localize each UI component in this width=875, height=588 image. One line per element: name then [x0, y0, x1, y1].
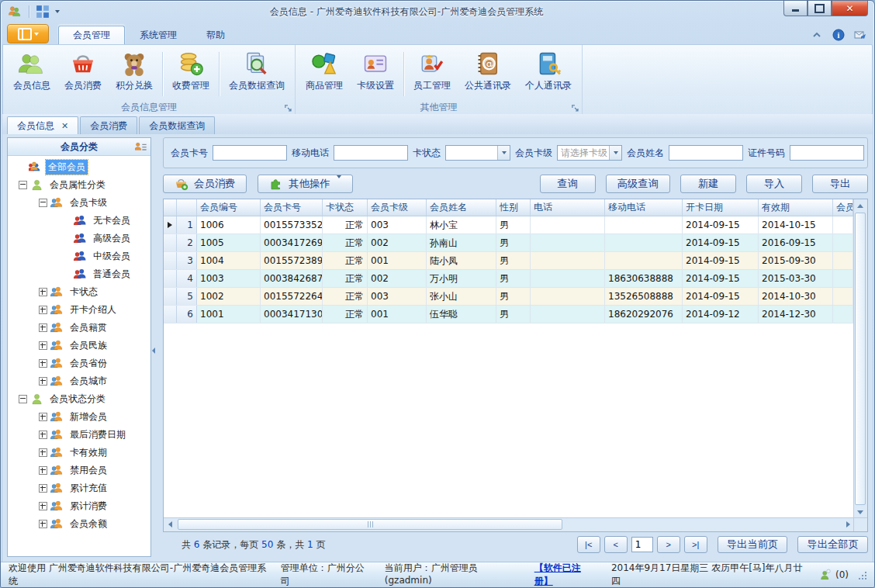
- tree-item-会员城市[interactable]: 会员城市: [8, 372, 150, 390]
- table-row[interactable]: 510020015572264正常003张小山男135265088882014-…: [164, 288, 854, 306]
- expand-icon[interactable]: [39, 431, 47, 439]
- toolbar-button-导入[interactable]: 导入: [746, 175, 802, 193]
- scroll-right-icon[interactable]: [842, 518, 854, 531]
- feedback-icon[interactable]: [854, 29, 866, 41]
- grid-column-header-有效期[interactable]: 有效期: [759, 199, 833, 216]
- minimize-button[interactable]: [783, 1, 808, 16]
- grid-column-header-会员[interactable]: 会员: [833, 199, 853, 216]
- close-button[interactable]: ✕: [832, 1, 868, 16]
- ribbon-button-公共通讯录[interactable]: @公共通讯录: [458, 47, 518, 101]
- tree-item-高级会员[interactable]: 高级会员: [8, 230, 150, 247]
- next-page-button[interactable]: >: [657, 536, 680, 553]
- dialog-launcher-icon[interactable]: [283, 103, 292, 112]
- table-row[interactable]: 310040015572389正常001陆小凤男2014-09-152015-0…: [164, 252, 854, 270]
- scroll-left-icon[interactable]: [164, 518, 176, 531]
- expand-icon[interactable]: [39, 359, 47, 368]
- filter-input-会员卡号[interactable]: [213, 145, 287, 161]
- sidebar-splitter[interactable]: [151, 137, 157, 557]
- scroll-up-icon[interactable]: [854, 199, 866, 212]
- dialog-launcher-icon[interactable]: [570, 103, 579, 112]
- tab-close-icon[interactable]: ✕: [61, 121, 68, 131]
- tree-item-无卡会员[interactable]: 无卡会员: [8, 212, 150, 230]
- toolbar-button-会员消费[interactable]: 会员消费: [163, 175, 247, 193]
- grid-column-header-会员姓名[interactable]: 会员姓名: [427, 199, 496, 216]
- page-number-input[interactable]: [631, 537, 653, 552]
- expand-icon[interactable]: [39, 323, 47, 332]
- table-row[interactable]: 610010003417130正常001伍华聪男186202920762014-…: [164, 306, 854, 323]
- prev-page-button[interactable]: <: [604, 536, 628, 553]
- info-icon[interactable]: i: [832, 29, 845, 41]
- tree-item-全部会员[interactable]: 全部会员: [8, 158, 150, 176]
- tree-item-最后消费日期[interactable]: 最后消费日期: [8, 426, 150, 444]
- tree-item-会员籍贯[interactable]: 会员籍贯: [8, 319, 150, 337]
- ribbon-button-收费管理[interactable]: 收费管理: [165, 47, 216, 101]
- expand-icon[interactable]: [39, 502, 47, 510]
- collapse-ribbon-icon[interactable]: [811, 29, 823, 41]
- expand-icon[interactable]: [39, 413, 47, 421]
- tree-item-新增会员[interactable]: 新增会员: [8, 408, 150, 426]
- first-page-button[interactable]: |<: [577, 536, 600, 553]
- ribbon-button-商品管理[interactable]: 商品管理: [299, 47, 350, 101]
- grid-column-header-会员卡级[interactable]: 会员卡级: [368, 199, 427, 216]
- toolbar-button-查询[interactable]: 查询: [540, 175, 596, 193]
- ribbon-button-会员数据查询[interactable]: 会员数据查询: [222, 47, 292, 101]
- tree-item-开卡介绍人[interactable]: 开卡介绍人: [8, 301, 150, 319]
- toolbar-button-其他操作[interactable]: 其他操作: [258, 175, 352, 193]
- toolbar-button-新建[interactable]: 新建: [680, 175, 736, 193]
- filter-input-证件号码[interactable]: [790, 145, 864, 161]
- expand-icon[interactable]: [39, 448, 47, 457]
- expand-icon[interactable]: [39, 306, 47, 314]
- doc-tab-会员信息[interactable]: 会员信息✕: [7, 116, 78, 134]
- last-page-button[interactable]: >|: [684, 536, 707, 553]
- collapse-icon[interactable]: [19, 395, 27, 403]
- expand-icon[interactable]: [39, 341, 47, 350]
- tree-item-会员状态分类[interactable]: 会员状态分类: [8, 390, 150, 408]
- doc-tab-会员数据查询[interactable]: 会员数据查询: [139, 116, 215, 134]
- ribbon-tab-帮助[interactable]: 帮助: [192, 26, 240, 44]
- maximize-button[interactable]: [808, 1, 832, 16]
- vertical-scroll-thumb[interactable]: [855, 213, 866, 505]
- grid-column-header-电话[interactable]: 电话: [531, 199, 605, 216]
- registered-link[interactable]: 【软件已注册】: [534, 562, 597, 588]
- tree-item-普通会员[interactable]: 普通会员: [8, 265, 150, 283]
- grid-column-header-移动电话[interactable]: 移动电话: [605, 199, 683, 216]
- expand-icon[interactable]: [39, 484, 47, 493]
- tree-item-会员民族[interactable]: 会员民族: [8, 337, 150, 355]
- tree-item-会员余额[interactable]: 会员余额: [8, 515, 150, 533]
- grid-column-header-性别[interactable]: 性别: [496, 199, 531, 216]
- ribbon-button-卡级设置[interactable]: 卡级设置: [350, 47, 401, 101]
- tree-item-累计充值[interactable]: 累计充值: [8, 479, 150, 497]
- ribbon-button-积分兑换[interactable]: 积分兑换: [109, 47, 160, 101]
- tree-item-中级会员[interactable]: 中级会员: [8, 247, 150, 265]
- table-row[interactable]: 410030003842687正常002万小明男186306388882014-…: [164, 270, 854, 288]
- ribbon-button-员工管理[interactable]: 员工管理: [406, 47, 458, 101]
- collapse-icon[interactable]: [39, 199, 47, 207]
- table-row[interactable]: 210050003417269正常002孙南山男2014-09-152016-0…: [164, 234, 854, 252]
- ribbon-tab-系统管理[interactable]: 系统管理: [125, 26, 192, 44]
- chevron-down-icon[interactable]: [497, 146, 510, 160]
- tree-item-累计消费[interactable]: 累计消费: [8, 497, 150, 515]
- doc-tab-会员消费[interactable]: 会员消费: [80, 116, 137, 134]
- filter-input-会员姓名[interactable]: [669, 145, 743, 161]
- tree-item-会员卡级[interactable]: 会员卡级: [8, 194, 150, 212]
- horizontal-scrollbar[interactable]: [164, 517, 854, 531]
- expand-icon[interactable]: [39, 377, 47, 386]
- ribbon-button-会员信息[interactable]: 会员信息: [6, 47, 57, 101]
- tree-item-会员属性分类[interactable]: 会员属性分类: [8, 176, 150, 194]
- expand-icon[interactable]: [39, 288, 47, 296]
- ribbon-tab-会员管理[interactable]: 会员管理: [58, 26, 125, 44]
- tree-item-会员省份[interactable]: 会员省份: [8, 355, 150, 372]
- export-all-pages-button[interactable]: 导出全部页: [797, 536, 868, 553]
- application-menu-button[interactable]: [7, 24, 49, 43]
- grid-column-header-卡状态[interactable]: 卡状态: [323, 199, 368, 216]
- ribbon-button-个人通讯录[interactable]: 个人通讯录: [518, 47, 579, 101]
- expand-icon[interactable]: [39, 520, 47, 528]
- grid-column-header-会员卡号[interactable]: 会员卡号: [261, 199, 323, 216]
- quick-access-layout-icon[interactable]: [36, 5, 50, 19]
- category-settings-icon[interactable]: [135, 140, 147, 153]
- export-current-page-button[interactable]: 导出当前页: [718, 536, 788, 553]
- ribbon-button-会员消费[interactable]: 会员消费: [57, 47, 109, 101]
- filter-select-会员卡级[interactable]: 请选择卡级: [557, 145, 622, 161]
- scroll-down-icon[interactable]: [854, 506, 866, 518]
- grid-column-header-会员编号[interactable]: 会员编号: [197, 199, 261, 216]
